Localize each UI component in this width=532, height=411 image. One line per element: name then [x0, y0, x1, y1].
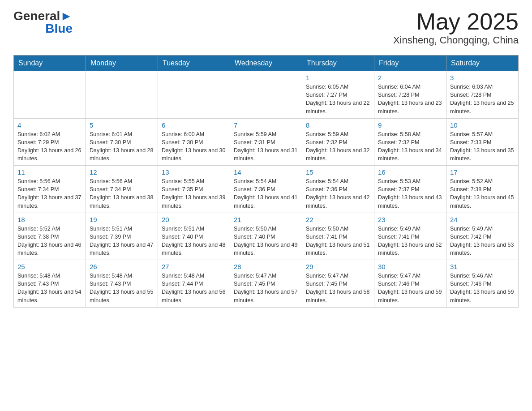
day-number: 7 [234, 121, 298, 129]
day-info: Sunrise: 5:49 AMSunset: 7:41 PMDaylight:… [378, 225, 442, 257]
calendar-subtitle: Xinsheng, Chongqing, China [393, 34, 519, 46]
day-number: 26 [90, 263, 154, 270]
table-row: 9Sunrise: 5:58 AMSunset: 7:32 PMDaylight… [374, 118, 446, 166]
table-row: 27Sunrise: 5:48 AMSunset: 7:44 PMDayligh… [158, 260, 230, 308]
day-info: Sunrise: 5:48 AMSunset: 7:43 PMDaylight:… [17, 272, 82, 304]
table-row: 20Sunrise: 5:51 AMSunset: 7:40 PMDayligh… [158, 213, 230, 260]
day-number: 25 [17, 263, 82, 270]
col-friday: Friday [374, 56, 446, 71]
day-info: Sunrise: 6:05 AMSunset: 7:27 PMDaylight:… [306, 83, 370, 116]
day-number: 29 [306, 263, 370, 270]
col-saturday: Saturday [446, 56, 519, 71]
table-row: 17Sunrise: 5:52 AMSunset: 7:38 PMDayligh… [446, 166, 519, 213]
table-row [158, 71, 230, 119]
table-row: 10Sunrise: 5:57 AMSunset: 7:33 PMDayligh… [446, 118, 519, 166]
day-info: Sunrise: 5:47 AMSunset: 7:46 PMDaylight:… [378, 272, 442, 304]
day-info: Sunrise: 5:47 AMSunset: 7:45 PMDaylight:… [306, 272, 370, 304]
page-header: General ► Blue May 2025 Xinsheng, Chongq… [13, 9, 519, 46]
day-number: 8 [306, 121, 370, 129]
day-info: Sunrise: 5:53 AMSunset: 7:37 PMDaylight:… [378, 177, 442, 210]
table-row: 7Sunrise: 5:59 AMSunset: 7:31 PMDaylight… [230, 118, 302, 166]
week-row-3: 11Sunrise: 5:56 AMSunset: 7:34 PMDayligh… [14, 166, 519, 213]
logo: General ► Blue [13, 9, 73, 36]
col-tuesday: Tuesday [158, 56, 230, 71]
table-row: 11Sunrise: 5:56 AMSunset: 7:34 PMDayligh… [14, 166, 86, 213]
week-row-2: 4Sunrise: 6:02 AMSunset: 7:29 PMDaylight… [14, 118, 519, 166]
day-info: Sunrise: 5:58 AMSunset: 7:32 PMDaylight:… [378, 130, 442, 163]
day-number: 31 [450, 263, 515, 270]
table-row: 18Sunrise: 5:52 AMSunset: 7:38 PMDayligh… [14, 213, 86, 260]
day-number: 12 [90, 168, 154, 176]
table-row: 31Sunrise: 5:46 AMSunset: 7:46 PMDayligh… [446, 260, 519, 308]
table-row: 21Sunrise: 5:50 AMSunset: 7:40 PMDayligh… [230, 213, 302, 260]
day-number: 11 [17, 168, 82, 176]
col-monday: Monday [86, 56, 158, 71]
day-info: Sunrise: 5:50 AMSunset: 7:41 PMDaylight:… [306, 225, 370, 257]
table-row: 24Sunrise: 5:49 AMSunset: 7:42 PMDayligh… [446, 213, 519, 260]
day-number: 23 [378, 216, 442, 223]
table-row [230, 71, 302, 119]
day-number: 28 [234, 263, 298, 270]
table-row: 22Sunrise: 5:50 AMSunset: 7:41 PMDayligh… [302, 213, 374, 260]
table-row: 2Sunrise: 6:04 AMSunset: 7:28 PMDaylight… [374, 71, 446, 119]
col-thursday: Thursday [302, 56, 374, 71]
day-info: Sunrise: 5:56 AMSunset: 7:34 PMDaylight:… [90, 177, 154, 210]
day-number: 13 [162, 168, 226, 176]
day-number: 2 [378, 74, 442, 81]
day-info: Sunrise: 6:02 AMSunset: 7:29 PMDaylight:… [17, 130, 82, 163]
day-info: Sunrise: 5:49 AMSunset: 7:42 PMDaylight:… [450, 225, 515, 257]
day-info: Sunrise: 5:48 AMSunset: 7:44 PMDaylight:… [162, 272, 226, 304]
day-number: 6 [162, 121, 226, 129]
day-info: Sunrise: 6:01 AMSunset: 7:30 PMDaylight:… [90, 130, 154, 163]
day-number: 20 [162, 216, 226, 223]
table-row: 16Sunrise: 5:53 AMSunset: 7:37 PMDayligh… [374, 166, 446, 213]
calendar-title: May 2025 [393, 9, 519, 34]
day-info: Sunrise: 5:48 AMSunset: 7:43 PMDaylight:… [90, 272, 154, 304]
calendar-header-row: Sunday Monday Tuesday Wednesday Thursday… [14, 56, 519, 71]
day-info: Sunrise: 5:57 AMSunset: 7:33 PMDaylight:… [450, 130, 515, 163]
title-block: May 2025 Xinsheng, Chongqing, China [393, 9, 519, 46]
day-number: 5 [90, 121, 154, 129]
col-sunday: Sunday [14, 56, 86, 71]
table-row [14, 71, 86, 119]
day-number: 21 [234, 216, 298, 223]
table-row: 23Sunrise: 5:49 AMSunset: 7:41 PMDayligh… [374, 213, 446, 260]
day-info: Sunrise: 5:51 AMSunset: 7:39 PMDaylight:… [90, 225, 154, 257]
week-row-5: 25Sunrise: 5:48 AMSunset: 7:43 PMDayligh… [14, 260, 519, 308]
day-number: 30 [378, 263, 442, 270]
day-info: Sunrise: 5:46 AMSunset: 7:46 PMDaylight:… [450, 272, 515, 304]
day-info: Sunrise: 5:59 AMSunset: 7:32 PMDaylight:… [306, 130, 370, 163]
table-row: 3Sunrise: 6:03 AMSunset: 7:28 PMDaylight… [446, 71, 519, 119]
day-info: Sunrise: 6:03 AMSunset: 7:28 PMDaylight:… [450, 83, 515, 116]
day-number: 15 [306, 168, 370, 176]
day-info: Sunrise: 5:59 AMSunset: 7:31 PMDaylight:… [234, 130, 298, 163]
day-info: Sunrise: 6:04 AMSunset: 7:28 PMDaylight:… [378, 83, 442, 116]
table-row: 26Sunrise: 5:48 AMSunset: 7:43 PMDayligh… [86, 260, 158, 308]
col-wednesday: Wednesday [230, 56, 302, 71]
day-info: Sunrise: 5:52 AMSunset: 7:38 PMDaylight:… [17, 225, 82, 257]
day-info: Sunrise: 5:47 AMSunset: 7:45 PMDaylight:… [234, 272, 298, 304]
day-number: 17 [450, 168, 515, 176]
day-number: 1 [306, 74, 370, 81]
table-row: 25Sunrise: 5:48 AMSunset: 7:43 PMDayligh… [14, 260, 86, 308]
day-info: Sunrise: 6:00 AMSunset: 7:30 PMDaylight:… [162, 130, 226, 163]
table-row: 30Sunrise: 5:47 AMSunset: 7:46 PMDayligh… [374, 260, 446, 308]
week-row-4: 18Sunrise: 5:52 AMSunset: 7:38 PMDayligh… [14, 213, 519, 260]
day-number: 18 [17, 216, 82, 223]
calendar-table: Sunday Monday Tuesday Wednesday Thursday… [13, 55, 519, 308]
day-info: Sunrise: 5:54 AMSunset: 7:36 PMDaylight:… [306, 177, 370, 210]
table-row: 1Sunrise: 6:05 AMSunset: 7:27 PMDaylight… [302, 71, 374, 119]
table-row: 5Sunrise: 6:01 AMSunset: 7:30 PMDaylight… [86, 118, 158, 166]
table-row: 12Sunrise: 5:56 AMSunset: 7:34 PMDayligh… [86, 166, 158, 213]
day-number: 27 [162, 263, 226, 270]
table-row: 14Sunrise: 5:54 AMSunset: 7:36 PMDayligh… [230, 166, 302, 213]
day-number: 14 [234, 168, 298, 176]
day-number: 9 [378, 121, 442, 129]
day-info: Sunrise: 5:56 AMSunset: 7:34 PMDaylight:… [17, 177, 82, 210]
table-row: 13Sunrise: 5:55 AMSunset: 7:35 PMDayligh… [158, 166, 230, 213]
table-row: 8Sunrise: 5:59 AMSunset: 7:32 PMDaylight… [302, 118, 374, 166]
logo-blue-text: Blue [45, 21, 73, 35]
day-number: 4 [17, 121, 82, 129]
table-row: 29Sunrise: 5:47 AMSunset: 7:45 PMDayligh… [302, 260, 374, 308]
day-info: Sunrise: 5:55 AMSunset: 7:35 PMDaylight:… [162, 177, 226, 210]
